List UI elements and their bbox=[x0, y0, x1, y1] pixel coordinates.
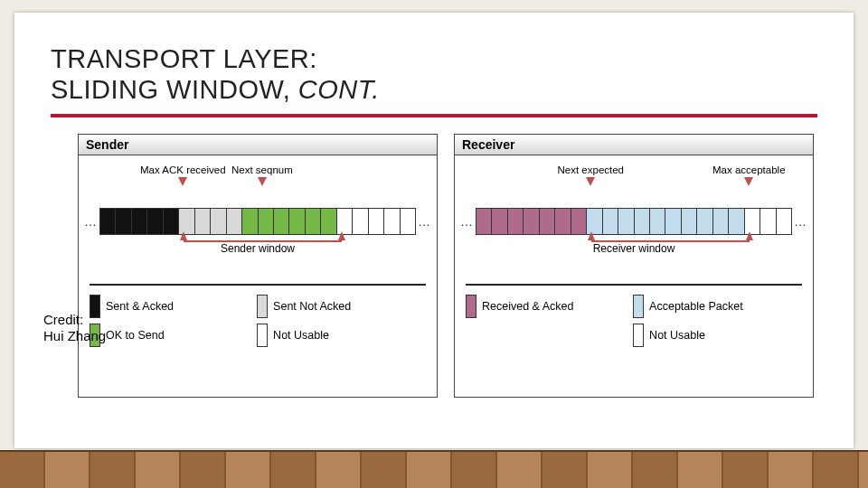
segment bbox=[635, 208, 650, 235]
sender-window-row: Sender window bbox=[82, 240, 433, 266]
arrow-down-icon bbox=[258, 177, 267, 186]
title-line-1: TRANSPORT LAYER: bbox=[51, 44, 317, 73]
legend-item: Not Usable bbox=[633, 324, 788, 347]
legend-item: Sent Not Acked bbox=[257, 295, 411, 318]
ellipsis: … bbox=[458, 214, 476, 229]
segment bbox=[760, 208, 776, 235]
pointer-label: Next seqnum bbox=[231, 164, 293, 175]
slide-title: TRANSPORT LAYER: SLIDING WINDOW, CONT. bbox=[51, 43, 817, 105]
segment bbox=[618, 208, 634, 235]
credit-line: Credit: bbox=[43, 312, 83, 327]
receiver-pointers: Next expected Max acceptable bbox=[458, 164, 809, 206]
arrow-down-icon bbox=[586, 177, 595, 186]
segment bbox=[555, 208, 571, 235]
legend-label: Received & Acked bbox=[482, 300, 573, 313]
legend-item: Received & Acked bbox=[466, 295, 620, 318]
floor-texture bbox=[0, 450, 868, 488]
segment bbox=[274, 208, 289, 235]
segment bbox=[650, 208, 665, 235]
sender-strip: … … bbox=[82, 206, 433, 237]
segment bbox=[353, 208, 368, 235]
legend-label: Not Usable bbox=[649, 329, 705, 342]
receiver-window-row: Receiver window bbox=[458, 240, 809, 266]
title-rule bbox=[51, 114, 817, 117]
segment bbox=[697, 208, 712, 235]
legend-item: Not Usable bbox=[257, 324, 411, 347]
receiver-strip: … … bbox=[458, 206, 809, 237]
receiver-panel: Next expected Max acceptable … … Receive… bbox=[454, 155, 814, 398]
legend-label: Sent & Acked bbox=[106, 300, 174, 313]
pointer-max-ack: Max ACK received bbox=[140, 164, 226, 186]
sender-legend: Sent & AckedSent Not AckedOK to SendNot … bbox=[82, 295, 433, 347]
segment bbox=[164, 208, 179, 235]
ellipsis: … bbox=[82, 214, 99, 229]
segment bbox=[259, 208, 274, 235]
diagram-columns: Sender Max ACK received Next seqnum … … bbox=[78, 134, 814, 398]
segment bbox=[116, 208, 131, 235]
segment bbox=[242, 208, 258, 235]
sender-panel: Max ACK received Next seqnum … … Sender … bbox=[78, 155, 438, 398]
segment bbox=[99, 208, 116, 235]
segment bbox=[321, 208, 336, 235]
pointer-label: Max acceptable bbox=[712, 164, 786, 175]
pointer-max-acceptable: Max acceptable bbox=[712, 164, 786, 186]
title-cont: CONT. bbox=[298, 75, 380, 104]
legend-divider bbox=[90, 284, 426, 286]
segment bbox=[524, 208, 539, 235]
legend-divider bbox=[466, 284, 802, 286]
segment bbox=[713, 208, 729, 235]
arrow-down-icon bbox=[744, 177, 753, 186]
segment bbox=[682, 208, 697, 235]
sender-header: Sender bbox=[78, 134, 438, 155]
legend-item: Sent & Acked bbox=[90, 295, 244, 318]
receiver-window-label: Receiver window bbox=[458, 242, 809, 255]
pointer-label: Max ACK received bbox=[140, 164, 226, 175]
credit-line: Hui Zhang bbox=[43, 328, 106, 343]
segment bbox=[401, 208, 416, 235]
legend-swatch bbox=[633, 295, 644, 318]
pointer-next-seqnum: Next seqnum bbox=[231, 164, 293, 186]
legend-item: Acceptable Packet bbox=[633, 295, 788, 318]
segment bbox=[227, 208, 242, 235]
arrow-down-icon bbox=[178, 177, 187, 186]
segment bbox=[777, 208, 792, 235]
sender-pointers: Max ACK received Next seqnum bbox=[82, 164, 433, 206]
ellipsis: … bbox=[416, 214, 433, 229]
segment bbox=[665, 208, 681, 235]
title-line-2: SLIDING WINDOW, bbox=[51, 75, 298, 104]
receiver-legend: Received & AckedAcceptable PacketNot Usa… bbox=[458, 295, 809, 347]
segment bbox=[476, 208, 492, 235]
legend-swatch bbox=[257, 295, 268, 318]
segment bbox=[729, 208, 744, 235]
segment bbox=[508, 208, 524, 235]
ellipsis: … bbox=[792, 214, 809, 229]
segment bbox=[306, 208, 321, 235]
sender-segments bbox=[99, 208, 416, 235]
sender-column: Sender Max ACK received Next seqnum … … bbox=[78, 134, 438, 398]
legend-swatch bbox=[257, 324, 268, 347]
segment bbox=[384, 208, 400, 235]
segment bbox=[540, 208, 555, 235]
segment bbox=[571, 208, 587, 235]
segment bbox=[492, 208, 507, 235]
pointer-label: Next expected bbox=[558, 164, 625, 175]
legend-label: Sent Not Acked bbox=[273, 300, 351, 313]
legend-swatch bbox=[466, 295, 476, 318]
legend-item: OK to Send bbox=[90, 324, 244, 347]
pointer-next-expected: Next expected bbox=[558, 164, 625, 186]
segment bbox=[369, 208, 384, 235]
receiver-column: Receiver Next expected Max acceptable … … bbox=[454, 134, 814, 398]
slide: TRANSPORT LAYER: SLIDING WINDOW, CONT. S… bbox=[14, 13, 854, 448]
sender-window-label: Sender window bbox=[82, 242, 433, 255]
segment bbox=[603, 208, 618, 235]
segment bbox=[211, 208, 226, 235]
legend-item bbox=[466, 324, 620, 347]
receiver-segments bbox=[476, 208, 792, 235]
credit: Credit: Hui Zhang bbox=[43, 312, 106, 344]
segment bbox=[132, 208, 147, 235]
receiver-header: Receiver bbox=[454, 134, 814, 155]
legend-label: Not Usable bbox=[273, 329, 329, 342]
segment bbox=[289, 208, 305, 235]
segment bbox=[195, 208, 211, 235]
legend-label: Acceptable Packet bbox=[649, 300, 743, 313]
